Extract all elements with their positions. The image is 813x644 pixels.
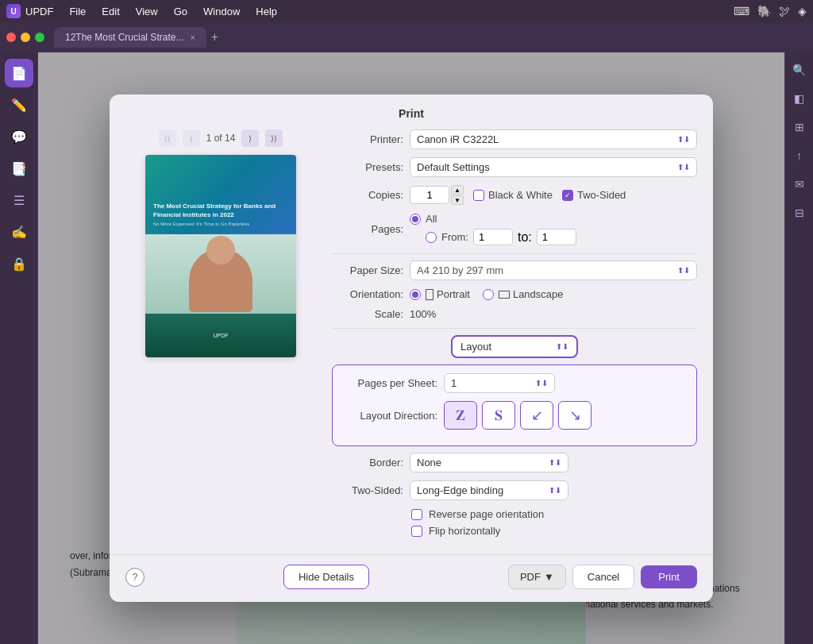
scale-row: Scale: 100% (332, 308, 697, 320)
cover-title: The Most Crucial Strategy for Banks and … (153, 202, 288, 219)
cancel-button[interactable]: Cancel (572, 565, 634, 589)
portrait-option[interactable]: Portrait (410, 288, 470, 300)
portrait-radio[interactable] (410, 289, 421, 300)
paper-size-value: A4 210 by 297 mm (417, 264, 674, 276)
pdf-button[interactable]: PDF ▼ (508, 565, 566, 589)
printer-select-input[interactable]: Canon iR C3222L (417, 133, 674, 145)
menubar: U UPDF File Edit View Go Window Help ⌨ 🐘… (0, 0, 813, 22)
right-btn-search[interactable]: 🔍 (788, 59, 811, 81)
new-tab-button[interactable]: + (211, 30, 218, 44)
close-traffic-light[interactable] (6, 33, 16, 42)
scale-label: Scale: (332, 308, 403, 320)
content-area: over, information confidentially might b… (38, 52, 784, 644)
copies-row: Copies: ▲ ▼ (332, 185, 697, 205)
sidebar-btn-pages[interactable]: 📑 (5, 154, 33, 183)
flip-horizontal-checkbox[interactable] (411, 526, 422, 537)
landscape-option[interactable]: Landscape (483, 288, 564, 300)
sidebar-btn-form[interactable]: ☰ (5, 186, 33, 214)
copies-decrement[interactable]: ▼ (451, 195, 464, 205)
two-sided-binding-arrows: ⬆⬇ (549, 486, 561, 495)
presets-label: Presets: (332, 161, 403, 173)
pages-range-radio[interactable] (426, 232, 437, 243)
copies-increment[interactable]: ▲ (451, 185, 464, 195)
reverse-orientation-checkbox[interactable] (411, 509, 422, 520)
reverse-orientation-row: Reverse page orientation (411, 508, 697, 520)
right-sidebar: 🔍 ◧ ⊞ ↑ ✉ ⊟ (784, 52, 813, 644)
minimize-traffic-light[interactable] (21, 33, 30, 42)
orientation-row: Orientation: Portrait (332, 288, 697, 300)
menu-file[interactable]: File (63, 4, 92, 19)
layout-select-row: Layout ⬆⬇ (332, 335, 697, 358)
from-input[interactable] (473, 229, 513, 245)
scale-value: 100% (410, 308, 697, 320)
pdf-dropdown-arrow[interactable]: ▼ (544, 571, 554, 583)
pages-per-sheet-input[interactable]: 1 (451, 377, 532, 389)
to-input[interactable] (537, 229, 576, 245)
two-sided-checkbox[interactable]: ✓ Two-Sided (562, 189, 626, 201)
two-sided-binding-select[interactable]: Long-Edge binding ⬆⬇ (410, 480, 568, 500)
direction-btn-down-right[interactable]: ↘ (558, 401, 591, 430)
hide-details-button[interactable]: Hide Details (283, 565, 369, 589)
border-select[interactable]: None ⬆⬇ (410, 453, 568, 472)
border-select-input[interactable]: None (417, 457, 545, 469)
printer-row: Printer: Canon iR C3222L ⬆⬇ (332, 129, 697, 149)
black-white-checkbox[interactable]: Black & White (473, 189, 553, 201)
sidebar-btn-edit[interactable]: ✏️ (5, 91, 33, 119)
sidebar-btn-document[interactable]: 📄 (5, 59, 33, 87)
help-button[interactable]: ? (125, 568, 144, 587)
border-row: Border: None ⬆⬇ (332, 453, 697, 472)
printer-select[interactable]: Canon iR C3222L ⬆⬇ (410, 129, 697, 149)
paper-size-select[interactable]: A4 210 by 297 mm ⬆⬇ (410, 260, 697, 280)
presets-select[interactable]: Default Settings ⬆⬇ (410, 157, 697, 177)
pages-all-radio[interactable] (410, 214, 421, 225)
divider-1 (332, 253, 697, 254)
last-page-button[interactable]: ⟩⟩ (265, 129, 283, 147)
copies-number-input: ▲ ▼ (410, 185, 464, 205)
left-sidebar: 📄 ✏️ 💬 📑 ☰ ✍ 🔒 (0, 52, 38, 644)
direction-btn-z[interactable]: 𝐙 (444, 401, 477, 430)
page-navigation: ⟨⟨ ⟨ 1 of 14 ⟩ ⟩⟩ (125, 129, 316, 147)
menu-window[interactable]: Window (197, 4, 246, 19)
menu-go[interactable]: Go (168, 4, 194, 19)
two-sided-binding-row: Two-Sided: Long-Edge binding ⬆⬇ (332, 480, 697, 500)
right-btn-share[interactable]: ↑ (788, 145, 811, 167)
landscape-radio[interactable] (483, 289, 494, 300)
two-sided-binding-input[interactable]: Long-Edge binding (417, 484, 545, 496)
pages-label: Pages: (332, 223, 403, 235)
layout-inner-box: Pages per Sheet: 1 ⬆⬇ (332, 364, 697, 446)
right-btn-scan[interactable]: ⊞ (788, 116, 811, 138)
landscape-icon (499, 291, 510, 299)
menu-edit[interactable]: Edit (95, 4, 125, 19)
sidebar-btn-comment[interactable]: 💬 (5, 122, 33, 151)
next-page-button[interactable]: ⟩ (241, 129, 259, 147)
dialog-overlay: Print ⟨⟨ ⟨ 1 of 14 ⟩ ⟩⟩ (38, 52, 784, 644)
evernote-icon: 🐘 (757, 5, 771, 17)
right-btn-mail[interactable]: ✉ (788, 173, 811, 195)
presets-select-input[interactable]: Default Settings (417, 161, 674, 173)
printer-label: Printer: (332, 133, 403, 145)
two-sided-cb-box: ✓ (562, 190, 573, 201)
layout-select-arrows: ⬆⬇ (556, 342, 568, 351)
menu-help[interactable]: Help (249, 4, 283, 19)
menu-view[interactable]: View (129, 4, 164, 19)
direction-btn-s[interactable]: 𝐒 (482, 401, 515, 430)
copies-field[interactable] (410, 186, 449, 204)
right-btn-convert[interactable]: ⊟ (788, 202, 811, 224)
first-page-button[interactable]: ⟨⟨ (159, 129, 176, 147)
tab-close-button[interactable]: × (190, 33, 195, 42)
maximize-traffic-light[interactable] (35, 33, 44, 42)
pages-per-sheet-select[interactable]: 1 ⬆⬇ (444, 373, 555, 393)
layout-select-value: Layout (460, 341, 553, 353)
pages-all-option[interactable]: All (410, 213, 697, 225)
tabbar: 12The Most Crucial Strate... × + (0, 22, 813, 52)
sidebar-btn-sign[interactable]: ✍ (5, 218, 33, 246)
right-btn-ocr[interactable]: ◧ (788, 87, 811, 110)
print-button[interactable]: Print (641, 565, 697, 588)
direction-btn-down-left[interactable]: ↙ (520, 401, 553, 430)
document-tab[interactable]: 12The Most Crucial Strate... × (54, 27, 206, 48)
prev-page-button[interactable]: ⟨ (183, 129, 200, 147)
main-area: 📄 ✏️ 💬 📑 ☰ ✍ 🔒 over, information confide… (0, 52, 813, 644)
pages-per-sheet-row: Pages per Sheet: 1 ⬆⬇ (342, 373, 687, 393)
layout-select[interactable]: Layout ⬆⬇ (451, 335, 578, 358)
sidebar-btn-protect[interactable]: 🔒 (5, 249, 33, 278)
